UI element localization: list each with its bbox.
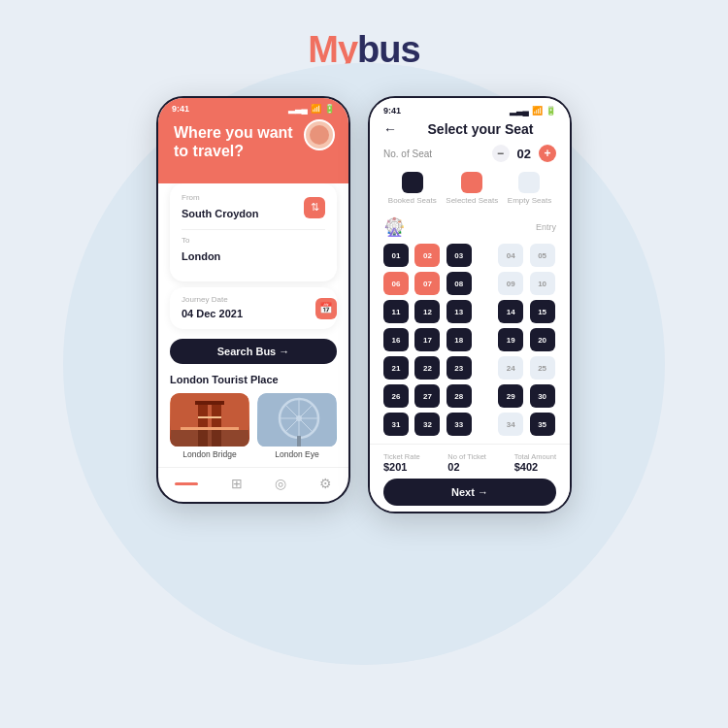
seat-20[interactable]: 20 (530, 328, 555, 351)
seat-17[interactable]: 17 (414, 328, 440, 351)
seat-31[interactable]: 31 (383, 413, 409, 436)
svg-rect-3 (195, 401, 211, 405)
to-label: To (182, 236, 325, 245)
seat-09[interactable]: 09 (498, 272, 523, 295)
seat-grid: 01 02 03 04 05 06 07 08 09 10 11 12 (383, 244, 556, 436)
nav-map-icon[interactable]: ◎ (275, 476, 286, 491)
seat-11[interactable]: 11 (383, 300, 409, 323)
left-phone-header: 9:41 ▂▃▄ 📶 🔋 Where you wantto travel? (158, 98, 348, 183)
left-phone: 9:41 ▂▃▄ 📶 🔋 Where you wantto travel? (156, 96, 350, 504)
field-divider (182, 229, 325, 230)
seat-30[interactable]: 30 (530, 384, 555, 408)
seat-21[interactable]: 21 (383, 356, 409, 380)
from-field[interactable]: From South Croydon ⇅ (182, 193, 325, 221)
no-of-ticket-value: 02 (447, 461, 486, 473)
seat-06[interactable]: 06 (383, 272, 409, 295)
nav-settings-icon[interactable]: ⚙ (319, 476, 332, 491)
avatar (304, 119, 335, 150)
seat-16[interactable]: 16 (383, 328, 409, 351)
seat-count-value: 02 (517, 147, 531, 161)
total-amount-label: Total Amount (514, 452, 556, 461)
ticket-rate-label: Ticket Rate (383, 452, 420, 461)
seat-32[interactable]: 32 (414, 413, 440, 436)
right-phone: 9:41 ▂▃▄ 📶 🔋 ← Select your Seat No. of S… (368, 96, 572, 513)
seat-02[interactable]: 02 (414, 244, 440, 267)
right-signal-icon: ▂▃▄ (510, 106, 529, 116)
seat-10[interactable]: 10 (530, 272, 555, 295)
tourist-images: London Bridge (170, 393, 337, 459)
seat-25[interactable]: 25 (530, 356, 555, 380)
seat-24[interactable]: 24 (498, 356, 523, 380)
right-wifi-icon: 📶 (532, 106, 543, 116)
seat-13[interactable]: 13 (447, 300, 472, 323)
svg-rect-5 (198, 416, 221, 418)
nav-grid-icon[interactable]: ⊞ (231, 476, 243, 491)
seat-19[interactable]: 19 (498, 328, 523, 351)
driver-row: 🎡 Entry (383, 216, 556, 238)
total-amount-value: $402 (514, 461, 556, 473)
signal-icon: ▂▃▄ (288, 104, 308, 114)
seat-03[interactable]: 03 (447, 244, 472, 267)
seat-26[interactable]: 26 (383, 384, 409, 408)
aisle-gap (478, 244, 493, 267)
seat-28[interactable]: 28 (447, 384, 472, 408)
tourist-section: London Tourist Place (158, 364, 348, 459)
tourist-card-eye[interactable]: London Eye (257, 393, 337, 459)
swap-button[interactable]: ⇅ (304, 197, 325, 218)
seat-grid-area: 🎡 Entry 01 02 03 04 05 06 07 08 (370, 211, 570, 444)
legend-selected: Selected Seats (446, 172, 498, 205)
seat-counter: − 02 + (492, 145, 556, 162)
svg-rect-7 (181, 427, 239, 430)
svg-rect-15 (297, 436, 301, 447)
tourist-card-bridge[interactable]: London Bridge (170, 393, 249, 459)
london-eye-illustration (257, 393, 337, 447)
no-of-seat-label: No. of Seat (383, 149, 432, 159)
journey-date-label: Journey Date (182, 295, 325, 304)
seat-05[interactable]: 05 (530, 244, 555, 267)
svg-rect-6 (171, 430, 248, 447)
counter-plus-button[interactable]: + (539, 145, 556, 162)
tourist-title: London Tourist Place (170, 374, 337, 385)
counter-minus-button[interactable]: − (492, 145, 510, 162)
eye-name: London Eye (257, 449, 337, 459)
back-button[interactable]: ← (383, 121, 397, 137)
seat-27[interactable]: 27 (414, 384, 440, 408)
aisle-gap (478, 413, 493, 436)
bottom-nav: ⊞ ◎ ⚙ (158, 467, 348, 497)
tower-bridge-illustration (170, 393, 249, 447)
seat-07[interactable]: 07 (414, 272, 440, 295)
aisle-gap (478, 272, 493, 295)
seat-12[interactable]: 12 (414, 300, 440, 323)
avatar-face (310, 125, 329, 145)
aisle-gap (478, 328, 493, 351)
seat-29[interactable]: 29 (498, 384, 523, 408)
seat-34[interactable]: 34 (498, 413, 523, 436)
seat-08[interactable]: 08 (447, 272, 472, 295)
selected-label: Selected Seats (446, 196, 498, 205)
seat-14[interactable]: 14 (498, 300, 523, 323)
seat-22[interactable]: 22 (414, 356, 440, 380)
right-time: 9:41 (383, 106, 401, 116)
seat-15[interactable]: 15 (530, 300, 555, 323)
right-battery-icon: 🔋 (546, 106, 556, 116)
search-bus-button[interactable]: Search Bus → (170, 339, 337, 364)
seat-01[interactable]: 01 (383, 244, 409, 267)
steering-icon: 🎡 (383, 216, 405, 238)
seat-count-row: No. of Seat − 02 + (370, 141, 570, 166)
seat-23[interactable]: 23 (447, 356, 472, 380)
footer-bar: Ticket Rate $201 No of Ticket 02 Total A… (370, 444, 570, 512)
seat-04[interactable]: 04 (498, 244, 523, 267)
next-button[interactable]: Next → (383, 479, 556, 506)
aisle-gap (478, 300, 493, 323)
empty-label: Empty Seats (508, 196, 551, 205)
seat-35[interactable]: 35 (530, 413, 555, 436)
left-status-icons: ▂▃▄ 📶 🔋 (288, 104, 335, 114)
right-status-bar: 9:41 ▂▃▄ 📶 🔋 (370, 98, 570, 119)
seat-18[interactable]: 18 (447, 328, 472, 351)
back-title-row: ← Select your Seat (370, 119, 570, 141)
calendar-icon[interactable]: 📅 (315, 298, 337, 319)
to-field[interactable]: To London (182, 236, 325, 264)
search-form: From South Croydon ⇅ To London (170, 183, 337, 281)
date-field-container[interactable]: Journey Date 04 Dec 2021 📅 (170, 287, 337, 329)
seat-33[interactable]: 33 (447, 413, 472, 436)
